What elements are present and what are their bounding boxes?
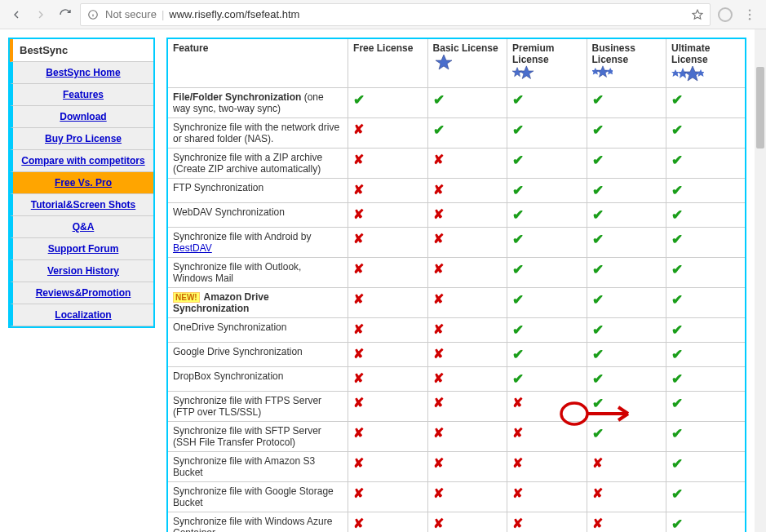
svg-marker-9	[520, 66, 534, 79]
profile-icon[interactable]	[715, 5, 735, 24]
sidebar-title: BestSync	[10, 39, 153, 62]
mark-cell: ✔	[507, 318, 587, 343]
mark-cell: ✔	[587, 258, 666, 288]
mark-cell: ✔	[507, 343, 587, 367]
scrollbar-thumb[interactable]	[756, 67, 764, 149]
mark-cell: ✔	[427, 88, 507, 118]
check-icon: ✔	[433, 122, 445, 138]
sidebar-item-2[interactable]: Download	[10, 106, 153, 128]
back-button[interactable]	[7, 5, 26, 24]
cross-icon: ✘	[433, 262, 444, 276]
address-bar[interactable]: Not secure | www.risefly.com/fsefeat.htm	[80, 3, 711, 26]
mark-cell: ✔	[666, 482, 746, 512]
star-icon	[671, 65, 704, 82]
mark-cell: ✔	[587, 318, 666, 343]
mark-cell: ✘	[348, 118, 427, 149]
mark-cell: ✘	[587, 452, 666, 482]
url-text: www.risefly.com/fsefeat.htm	[169, 8, 299, 20]
mark-cell: ✔	[666, 203, 746, 228]
sidebar-item-10[interactable]: Reviews&Promotion	[10, 282, 153, 304]
main-panel: Feature Free License Basic License Premi…	[166, 38, 746, 532]
menu-icon[interactable]	[740, 5, 759, 24]
forward-button[interactable]	[31, 5, 51, 24]
sidebar-item-7[interactable]: Q&A	[10, 216, 153, 238]
mark-cell: ✔	[587, 392, 666, 422]
mark-cell: ✔	[507, 258, 587, 288]
cross-icon: ✘	[433, 322, 444, 336]
mark-cell: ✘	[348, 179, 427, 203]
mark-cell: ✘	[348, 343, 427, 367]
vertical-scrollbar[interactable]	[755, 29, 766, 532]
sidebar: BestSync BestSync HomeFeaturesDownloadBu…	[8, 38, 155, 328]
cross-icon: ✘	[433, 396, 444, 410]
comparison-table: Feature Free License Basic License Premi…	[166, 38, 746, 532]
feature-cell: Synchronize file with Android by BestDAV	[167, 228, 348, 258]
mark-cell: ✘	[427, 482, 507, 512]
cross-icon: ✘	[433, 292, 444, 306]
check-icon: ✔	[592, 122, 604, 138]
mark-cell: ✔	[427, 118, 507, 149]
bookmark-star-icon[interactable]	[690, 7, 705, 22]
cross-icon: ✘	[433, 183, 444, 197]
reload-button[interactable]	[55, 5, 75, 24]
cross-icon: ✘	[433, 371, 444, 385]
sidebar-item-9[interactable]: Version History	[10, 260, 153, 282]
mark-cell: ✘	[427, 512, 507, 533]
mark-cell: ✘	[507, 512, 587, 533]
check-icon: ✔	[512, 262, 524, 277]
sidebar-item-1[interactable]: Features	[10, 84, 153, 106]
table-row: Google Drive Synchronization✘✘✔✔✔	[167, 343, 746, 367]
check-icon: ✔	[671, 153, 683, 168]
viewport: BestSync BestSync HomeFeaturesDownloadBu…	[0, 29, 766, 532]
check-icon: ✔	[671, 516, 683, 532]
cross-icon: ✘	[353, 232, 364, 246]
mark-cell: ✔	[587, 422, 666, 452]
page-content: BestSync BestSync HomeFeaturesDownloadBu…	[0, 29, 755, 532]
check-icon: ✔	[671, 456, 683, 472]
sidebar-item-4[interactable]: Compare with competitors	[10, 150, 153, 172]
sidebar-item-11[interactable]: Localization	[10, 304, 153, 326]
check-icon: ✔	[512, 322, 524, 338]
feature-cell: DropBox Synchronization	[167, 367, 348, 392]
check-icon: ✔	[512, 183, 524, 198]
mark-cell: ✘	[427, 203, 507, 228]
cross-icon: ✘	[592, 456, 603, 470]
sidebar-item-3[interactable]: Buy Pro License	[10, 128, 153, 150]
check-icon: ✔	[671, 347, 683, 362]
cross-icon: ✘	[592, 486, 603, 500]
cross-icon: ✘	[433, 232, 444, 246]
sidebar-item-5[interactable]: Free Vs. Pro	[10, 172, 153, 194]
feature-cell: Synchronize file with a ZIP archive (Cre…	[167, 149, 348, 179]
cross-icon: ✘	[353, 396, 364, 410]
check-icon: ✔	[592, 426, 604, 441]
check-icon: ✔	[671, 322, 683, 338]
svg-point-4	[749, 9, 751, 11]
mark-cell: ✔	[587, 88, 666, 118]
check-icon: ✔	[592, 322, 604, 338]
cross-icon: ✘	[353, 292, 364, 306]
check-icon: ✔	[671, 426, 683, 441]
svg-marker-13	[671, 69, 680, 77]
cross-icon: ✘	[433, 456, 444, 470]
feature-cell: Synchronize file with Google Storage Buc…	[167, 482, 348, 512]
sidebar-item-8[interactable]: Support Forum	[10, 238, 153, 260]
mark-cell: ✘	[348, 288, 427, 318]
table-row: FTP Synchronization✘✘✔✔✔	[167, 179, 746, 203]
feature-cell: NEW! Amazon Drive Synchronization	[167, 288, 348, 318]
check-icon: ✔	[671, 396, 683, 411]
cross-icon: ✘	[433, 426, 444, 440]
feature-cell: Synchronize file with SFTP Server (SSH F…	[167, 422, 348, 452]
check-icon: ✔	[592, 262, 604, 277]
sidebar-item-6[interactable]: Tutorial&Screen Shots	[10, 194, 153, 216]
table-row: Synchronize file with Android by BestDAV…	[167, 228, 746, 258]
mark-cell: ✔	[507, 179, 587, 203]
mark-cell: ✔	[666, 343, 746, 367]
mark-cell: ✔	[666, 149, 746, 179]
svg-point-6	[749, 18, 751, 20]
browser-toolbar: Not secure | www.risefly.com/fsefeat.htm	[0, 0, 766, 29]
info-icon	[86, 7, 100, 22]
inline-link[interactable]: BestDAV	[173, 242, 212, 254]
svg-marker-15	[684, 66, 701, 81]
sidebar-item-0[interactable]: BestSync Home	[10, 62, 153, 84]
mark-cell: ✘	[348, 149, 427, 179]
